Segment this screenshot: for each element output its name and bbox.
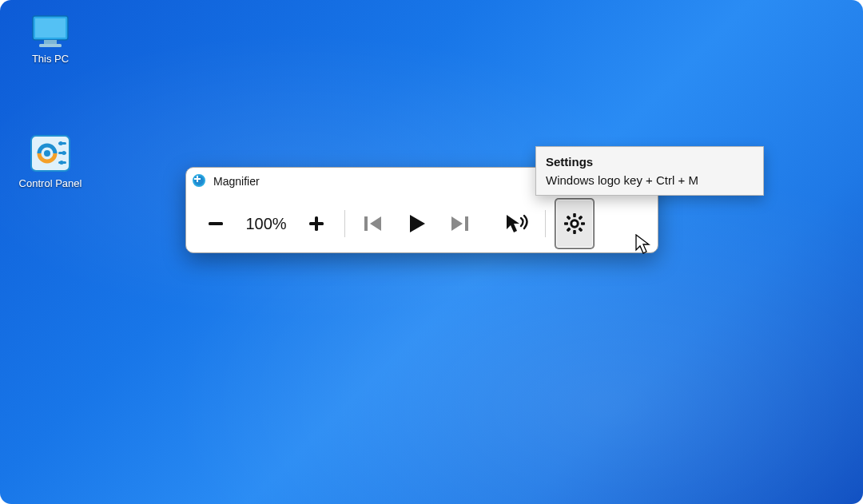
separator [344, 210, 345, 237]
magnifier-app-icon [193, 174, 207, 189]
play-button[interactable] [395, 200, 438, 248]
svg-rect-29 [567, 216, 571, 220]
previous-button[interactable] [355, 200, 392, 248]
desktop-icon-label: Control Panel [6, 177, 94, 190]
desktop-icon-this-pc[interactable]: This PC [6, 14, 94, 65]
desktop-icon-label: This PC [6, 53, 94, 65]
zoom-out-button[interactable] [197, 200, 234, 248]
settings-tooltip: Settings Windows logo key + Ctrl + M [535, 146, 764, 196]
desktop-icon-control-panel[interactable]: Control Panel [6, 133, 94, 190]
svg-rect-20 [465, 216, 468, 231]
control-panel-icon [26, 133, 74, 174]
zoom-in-button[interactable] [298, 200, 335, 248]
svg-marker-17 [370, 216, 381, 231]
svg-rect-28 [567, 227, 571, 232]
plus-icon [306, 213, 327, 234]
svg-rect-23 [573, 213, 576, 217]
svg-rect-13 [209, 222, 223, 225]
svg-rect-27 [578, 216, 583, 220]
skip-forward-icon [448, 214, 471, 233]
svg-point-5 [44, 150, 50, 157]
svg-rect-24 [573, 230, 576, 234]
desktop: This PC Control Panel Magnifier [0, 0, 863, 504]
svg-rect-2 [44, 40, 57, 44]
svg-point-10 [62, 151, 66, 155]
minus-icon [205, 213, 226, 234]
zoom-level: 100% [237, 215, 295, 233]
window-title: Magnifier [213, 175, 260, 188]
cursor-sound-icon [505, 213, 529, 234]
svg-rect-30 [578, 227, 583, 232]
svg-rect-15 [315, 216, 318, 231]
skip-back-icon [362, 214, 384, 233]
svg-point-22 [571, 220, 578, 227]
gear-icon [563, 212, 586, 235]
svg-marker-21 [507, 215, 519, 232]
svg-rect-16 [364, 216, 368, 231]
svg-rect-1 [35, 18, 66, 38]
separator [545, 210, 546, 237]
tooltip-shortcut: Windows logo key + Ctrl + M [546, 173, 754, 187]
magnifier-toolbar: 100% [186, 195, 658, 252]
settings-button[interactable] [555, 199, 594, 248]
svg-marker-18 [410, 215, 425, 232]
svg-point-11 [60, 161, 64, 165]
next-button[interactable] [441, 200, 478, 248]
read-aloud-button[interactable] [499, 200, 535, 248]
monitor-icon [30, 14, 71, 50]
svg-rect-26 [581, 222, 585, 225]
tooltip-title: Settings [546, 155, 754, 169]
play-icon [404, 212, 428, 236]
svg-rect-3 [39, 44, 62, 47]
svg-rect-25 [564, 222, 568, 225]
svg-marker-19 [451, 216, 463, 231]
svg-point-9 [59, 141, 63, 145]
